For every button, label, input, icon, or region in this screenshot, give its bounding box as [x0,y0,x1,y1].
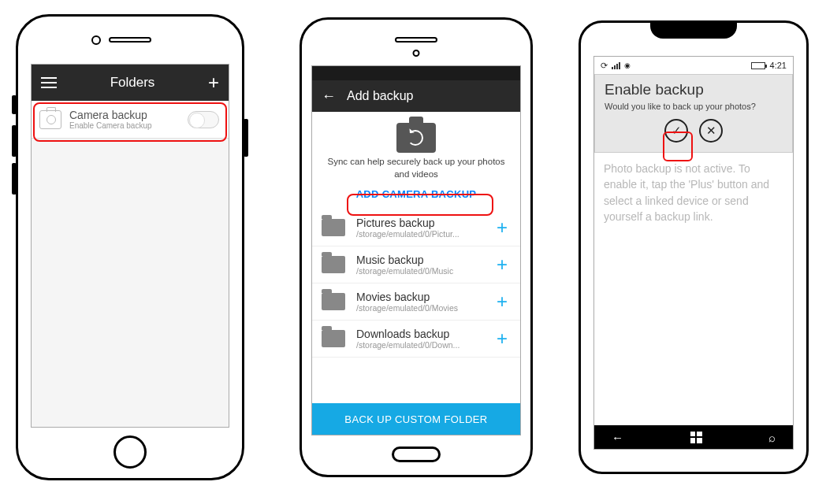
search-button[interactable]: ⌕ [768,431,776,444]
add-item-button[interactable]: + [493,291,511,313]
add-folder-button[interactable]: + [208,73,219,92]
volume-down-button [12,163,17,195]
folder-icon [322,293,345,310]
camera-backup-row[interactable]: Camera backup Enable Camera backup [32,101,229,139]
list-item[interactable]: Music backup/storage/emulated/0/Music + [312,246,520,284]
ios-title: Folders [110,75,155,91]
windows-button[interactable] [690,432,702,443]
android-header: ← Add backup [312,80,520,112]
hero-section: Sync can help securely back up your phot… [312,112,520,209]
check-icon: ✓ [672,124,682,138]
item-path: /storage/emulated/0/Music [356,266,490,276]
camera-sync-icon [396,123,436,153]
hero-text: Sync can help securely back up your phot… [325,156,508,180]
back-button[interactable]: ← [612,431,623,444]
item-path: /storage/emulated/0/Down... [356,340,490,350]
wifi-icon: ◉ [624,61,631,69]
dialog-title: Enable backup [605,81,783,98]
wp-nav-bar: ← ⌕ [594,425,793,449]
earpiece-speaker [109,37,151,43]
canvas: Folders + Camera backup Enable Camera ba… [0,0,826,504]
android-screen: ← Add backup Sync can help securely back… [311,65,521,435]
home-button[interactable] [113,435,147,469]
volume-up-button [12,125,17,157]
android-title: Add backup [347,89,414,103]
add-item-button[interactable]: + [493,254,511,276]
list-item[interactable]: Downloads backup/storage/emulated/0/Down… [312,321,520,358]
folder-icon [322,219,345,236]
wp-screen: ⟳ ◉ 4:21 Enable backup Would you like to… [593,56,794,450]
cancel-button[interactable]: ✕ [699,119,723,143]
backup-custom-folder-button[interactable]: BACK UP CUSTOM FOLDER [312,403,520,435]
camera-backup-text: Camera backup Enable Camera backup [69,109,188,130]
wp-status-bar: ⟳ ◉ 4:21 [594,57,793,74]
folder-icon [322,330,345,347]
camera-backup-toggle[interactable] [188,111,219,128]
front-camera [91,35,101,45]
menu-icon[interactable] [41,77,57,88]
android-frame: ← Add backup Sync can help securely back… [300,17,533,477]
item-path: /storage/emulated/0/Movies [356,303,490,313]
camera-backup-title: Camera backup [69,109,188,121]
earpiece-notch [650,21,737,39]
power-button [244,119,248,157]
folder-icon [322,256,345,273]
item-title: Downloads backup [356,328,493,340]
dialog-actions: ✓ ✕ [605,119,783,143]
android-status-bar [312,66,520,80]
list-item[interactable]: Movies backup/storage/emulated/0/Movies … [312,284,520,321]
iphone-frame: Folders + Camera backup Enable Camera ba… [16,14,244,480]
camera-icon [39,110,61,129]
item-path: /storage/emulated/0/Pictur... [356,229,490,239]
list-item[interactable]: Pictures backup/storage/emulated/0/Pictu… [312,209,520,246]
item-title: Music backup [356,254,493,266]
battery-icon [751,62,765,69]
back-icon[interactable]: ← [322,88,336,105]
home-button[interactable] [392,447,441,462]
enable-backup-dialog: Enable backup Would you like to back up … [594,74,793,153]
clock: 4:21 [770,61,787,70]
camera-backup-subtitle: Enable Camera backup [69,121,188,130]
add-item-button[interactable]: + [493,217,511,239]
sync-status-icon: ⟳ [601,61,608,71]
close-icon: ✕ [706,124,716,138]
backup-inactive-text: Photo backup is not active. To enable it… [594,153,793,232]
backup-list: Pictures backup/storage/emulated/0/Pictu… [312,209,520,358]
front-camera [413,50,420,57]
signal-icon [612,62,620,69]
add-item-button[interactable]: + [493,328,511,350]
earpiece-speaker [395,37,437,43]
mute-switch [12,95,17,114]
add-camera-backup-button[interactable]: ADD CAMERA BACKUP [348,185,485,203]
wp-frame: ⟳ ◉ 4:21 Enable backup Would you like to… [579,20,809,474]
item-title: Pictures backup [356,217,493,229]
dialog-message: Would you like to back up your photos? [605,102,783,111]
confirm-button[interactable]: ✓ [664,119,688,143]
item-title: Movies backup [356,291,493,303]
ios-screen: Folders + Camera backup Enable Camera ba… [31,64,229,428]
ios-header: Folders + [32,65,229,101]
